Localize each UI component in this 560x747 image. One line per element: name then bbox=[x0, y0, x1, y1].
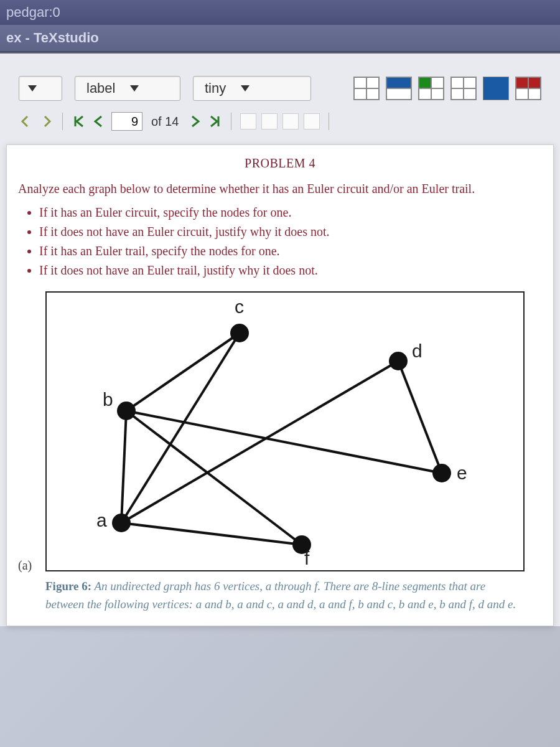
svg-line-6 bbox=[126, 411, 302, 545]
window-subtitle: ex - TeXstudio bbox=[0, 25, 560, 51]
separator bbox=[231, 113, 231, 130]
graph-canvas: abcdef bbox=[53, 299, 517, 564]
table-layout-icons bbox=[353, 77, 541, 100]
title-text: pedgar:0 bbox=[6, 4, 60, 21]
figure-caption: Figure 6: An undirected graph has 6 vert… bbox=[45, 578, 525, 613]
part-label: (a) bbox=[18, 558, 32, 573]
table-plain2-icon[interactable] bbox=[450, 77, 477, 100]
nav-prev-icon[interactable] bbox=[91, 114, 106, 129]
bullet-list: If it has an Euler circuit, specify the … bbox=[14, 203, 546, 280]
graph-label-b: b bbox=[103, 389, 113, 410]
graph-node-d bbox=[389, 352, 408, 370]
bullet-item: If it does not have an Euler trail, just… bbox=[39, 261, 546, 280]
graph-node-b bbox=[117, 402, 136, 420]
nav-first-icon[interactable] bbox=[72, 114, 86, 129]
caption-text: An undirected graph has 6 vertices, a th… bbox=[45, 580, 516, 611]
subtitle-text: ex - TeXstudio bbox=[6, 30, 99, 46]
table-corner-icon[interactable] bbox=[418, 77, 444, 100]
bullet-item: If it has an Euler trail, specify the no… bbox=[39, 242, 546, 261]
nav-forward-icon[interactable] bbox=[39, 114, 54, 129]
svg-line-1 bbox=[121, 333, 240, 523]
dropdown-label-text: label bbox=[82, 80, 128, 96]
separator bbox=[329, 113, 329, 130]
size-dropdown-tiny[interactable]: tiny bbox=[193, 76, 311, 101]
graph-label-e: e bbox=[457, 463, 467, 484]
graph-label-a: a bbox=[96, 510, 107, 531]
window-titlebar: pedgar:0 bbox=[0, 0, 560, 25]
table-header-col-icon[interactable] bbox=[386, 77, 412, 100]
graph-label-f: f bbox=[304, 548, 309, 569]
pdf-viewer-pane: label tiny of 14 PROB bbox=[0, 54, 560, 626]
problem-intro: Analyze each graph below to determine wh… bbox=[18, 179, 542, 198]
zoom-tool-icon[interactable] bbox=[240, 113, 256, 129]
nav-last-icon[interactable] bbox=[207, 114, 222, 129]
graph-label-d: d bbox=[412, 341, 422, 362]
table-plain-icon[interactable] bbox=[353, 77, 380, 100]
problem-heading: PROBLEM 4 bbox=[14, 156, 546, 171]
bullet-item: If it does not have an Euler circuit, ju… bbox=[39, 222, 546, 242]
table-header-row-icon[interactable] bbox=[515, 77, 541, 100]
zoom-tool2-icon[interactable] bbox=[261, 113, 278, 129]
chevron-down-icon bbox=[28, 85, 37, 92]
graph-node-a bbox=[112, 514, 131, 532]
page-number-input[interactable] bbox=[111, 112, 142, 131]
bullet-item: If it has an Euler circuit, specify the … bbox=[39, 203, 546, 222]
page-total-label: of 14 bbox=[147, 115, 182, 129]
section-dropdown-label[interactable]: label bbox=[75, 76, 180, 101]
zoom-tool3-icon[interactable] bbox=[282, 113, 299, 129]
separator bbox=[62, 113, 63, 130]
graph-node-e bbox=[432, 464, 451, 482]
svg-line-7 bbox=[398, 361, 442, 473]
dropdown-tiny-text: tiny bbox=[200, 80, 238, 96]
svg-line-3 bbox=[121, 523, 302, 545]
zoom-tool4-icon[interactable] bbox=[304, 113, 320, 129]
nav-back-icon[interactable] bbox=[19, 114, 34, 129]
nav-next-icon[interactable] bbox=[187, 114, 202, 129]
svg-line-5 bbox=[126, 411, 442, 473]
graph-label-c: c bbox=[235, 296, 244, 317]
table-fill-icon[interactable] bbox=[483, 77, 509, 100]
chevron-down-icon bbox=[241, 85, 250, 92]
svg-line-0 bbox=[121, 411, 126, 523]
graph-figure: (a) abcdef bbox=[45, 291, 525, 571]
svg-line-4 bbox=[126, 333, 240, 411]
chevron-down-icon bbox=[130, 85, 139, 92]
document-page: PROBLEM 4 Analyze each graph below to de… bbox=[6, 144, 554, 626]
toolbar-row-1: label tiny bbox=[0, 72, 560, 110]
graph-node-c bbox=[230, 324, 249, 342]
section-dropdown-empty[interactable] bbox=[19, 76, 62, 101]
toolbar-row-2: of 14 bbox=[0, 110, 560, 139]
caption-lead: Figure 6: bbox=[45, 580, 91, 593]
